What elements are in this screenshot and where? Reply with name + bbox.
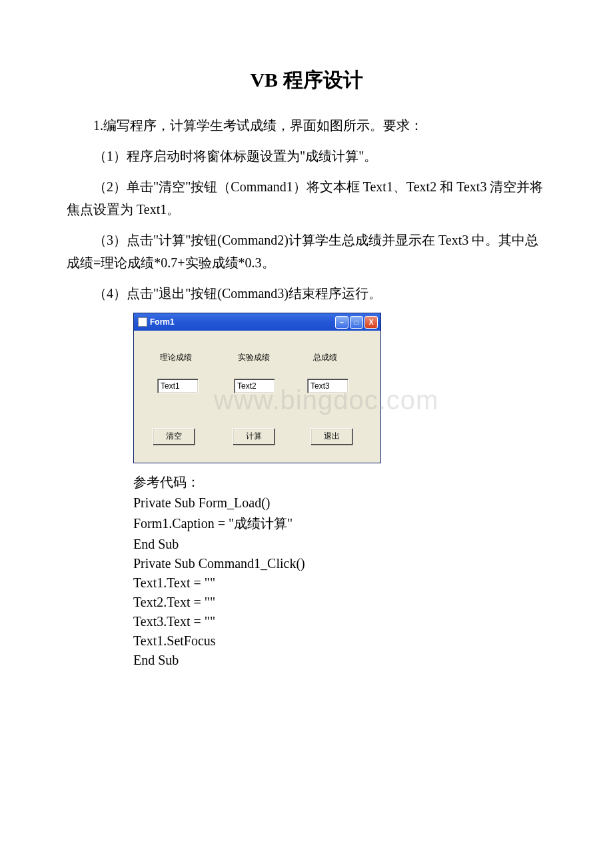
code-line: Text3.Text = "" bbox=[133, 614, 546, 629]
code-line: Private Sub Form_Load() bbox=[133, 495, 546, 511]
window-controls: – □ X bbox=[335, 316, 378, 329]
paragraph-req3: （3）点击"计算"按钮(Command2)计算学生总成绩并显示在 Text3 中… bbox=[67, 229, 546, 274]
clear-button[interactable]: 清空 bbox=[153, 428, 195, 445]
code-reference-label: 参考代码： bbox=[133, 473, 546, 491]
code-line: Text1.Text = "" bbox=[133, 575, 546, 591]
minimize-button[interactable]: – bbox=[335, 316, 348, 329]
vb-form-window: Form1 – □ X www.bingdoc.com 理论成绩 实验成绩 总成… bbox=[133, 313, 381, 463]
code-line: End Sub bbox=[133, 537, 546, 552]
paragraph-req4: （4）点击"退出"按钮(Command3)结束程序运行。 bbox=[67, 282, 546, 305]
paragraph-req2: （2）单击"清空"按钮（Command1）将文本框 Text1、Text2 和 … bbox=[67, 175, 546, 221]
form-body: www.bingdoc.com 理论成绩 实验成绩 总成绩 Text1 Text… bbox=[134, 331, 380, 463]
maximize-button[interactable]: □ bbox=[350, 316, 363, 329]
document-title: VB 程序设计 bbox=[67, 67, 546, 94]
app-icon bbox=[138, 317, 147, 327]
code-line: Form1.Caption = "成绩计算" bbox=[133, 515, 546, 533]
text3-input[interactable]: Text3 bbox=[307, 379, 348, 393]
text1-input[interactable]: Text1 bbox=[157, 379, 199, 393]
label-theory-score: 理论成绩 bbox=[157, 351, 195, 365]
code-line: End Sub bbox=[133, 653, 546, 668]
label-total-score: 总成绩 bbox=[310, 351, 340, 365]
label-lab-score: 实验成绩 bbox=[235, 351, 273, 365]
close-button[interactable]: X bbox=[364, 316, 378, 329]
paragraph-intro: 1.编写程序，计算学生考试成绩，界面如图所示。要求： bbox=[67, 114, 546, 137]
code-line: Text1.SetFocus bbox=[133, 633, 546, 649]
title-bar: Form1 – □ X bbox=[134, 313, 380, 331]
form-title: Form1 bbox=[150, 317, 175, 327]
calculate-button[interactable]: 计算 bbox=[233, 428, 275, 445]
code-line: Text2.Text = "" bbox=[133, 595, 546, 610]
code-line: Private Sub Command1_Click() bbox=[133, 556, 546, 571]
text2-input[interactable]: Text2 bbox=[234, 379, 275, 393]
exit-button[interactable]: 退出 bbox=[310, 428, 353, 445]
paragraph-req1: （1）程序启动时将窗体标题设置为"成绩计算"。 bbox=[67, 145, 546, 167]
